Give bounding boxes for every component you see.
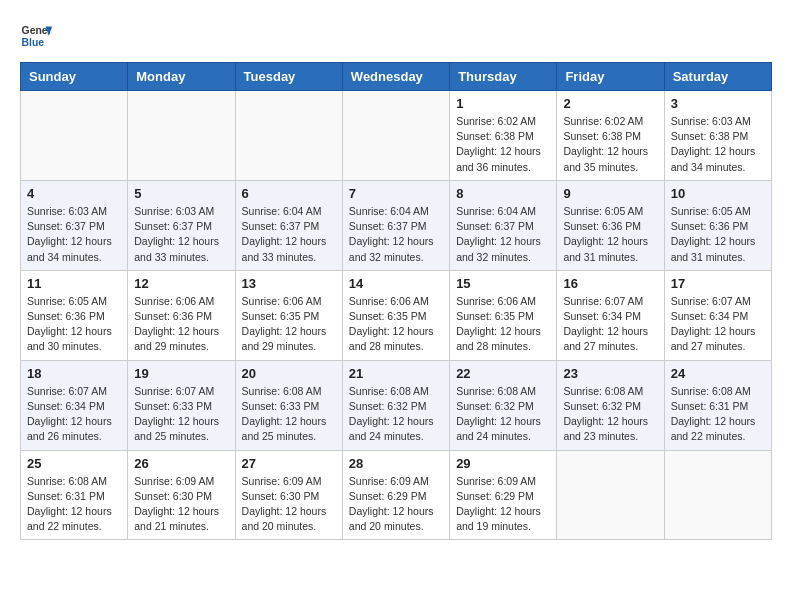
logo: General Blue [20, 20, 52, 52]
day-info: Sunrise: 6:05 AMSunset: 6:36 PMDaylight:… [563, 204, 657, 265]
calendar-day-cell: 18Sunrise: 6:07 AMSunset: 6:34 PMDayligh… [21, 360, 128, 450]
calendar-day-cell: 3Sunrise: 6:03 AMSunset: 6:38 PMDaylight… [664, 91, 771, 181]
calendar-day-cell: 23Sunrise: 6:08 AMSunset: 6:32 PMDayligh… [557, 360, 664, 450]
day-info: Sunrise: 6:03 AMSunset: 6:37 PMDaylight:… [27, 204, 121, 265]
calendar-day-cell: 29Sunrise: 6:09 AMSunset: 6:29 PMDayligh… [450, 450, 557, 540]
day-info: Sunrise: 6:03 AMSunset: 6:37 PMDaylight:… [134, 204, 228, 265]
calendar-header-cell: Sunday [21, 63, 128, 91]
calendar-day-cell: 17Sunrise: 6:07 AMSunset: 6:34 PMDayligh… [664, 270, 771, 360]
calendar-day-cell: 22Sunrise: 6:08 AMSunset: 6:32 PMDayligh… [450, 360, 557, 450]
day-number: 22 [456, 366, 550, 381]
day-number: 24 [671, 366, 765, 381]
calendar-day-cell: 13Sunrise: 6:06 AMSunset: 6:35 PMDayligh… [235, 270, 342, 360]
day-number: 3 [671, 96, 765, 111]
calendar-day-cell [557, 450, 664, 540]
day-number: 14 [349, 276, 443, 291]
day-number: 17 [671, 276, 765, 291]
calendar-week-row: 18Sunrise: 6:07 AMSunset: 6:34 PMDayligh… [21, 360, 772, 450]
day-info: Sunrise: 6:09 AMSunset: 6:29 PMDaylight:… [349, 474, 443, 535]
day-info: Sunrise: 6:07 AMSunset: 6:33 PMDaylight:… [134, 384, 228, 445]
day-info: Sunrise: 6:08 AMSunset: 6:32 PMDaylight:… [349, 384, 443, 445]
day-info: Sunrise: 6:08 AMSunset: 6:32 PMDaylight:… [456, 384, 550, 445]
calendar-week-row: 1Sunrise: 6:02 AMSunset: 6:38 PMDaylight… [21, 91, 772, 181]
calendar-day-cell [664, 450, 771, 540]
calendar-day-cell: 5Sunrise: 6:03 AMSunset: 6:37 PMDaylight… [128, 180, 235, 270]
day-info: Sunrise: 6:09 AMSunset: 6:30 PMDaylight:… [134, 474, 228, 535]
calendar-body: 1Sunrise: 6:02 AMSunset: 6:38 PMDaylight… [21, 91, 772, 540]
day-info: Sunrise: 6:05 AMSunset: 6:36 PMDaylight:… [671, 204, 765, 265]
day-number: 11 [27, 276, 121, 291]
calendar-day-cell: 7Sunrise: 6:04 AMSunset: 6:37 PMDaylight… [342, 180, 449, 270]
calendar-day-cell [342, 91, 449, 181]
day-number: 12 [134, 276, 228, 291]
calendar-day-cell: 24Sunrise: 6:08 AMSunset: 6:31 PMDayligh… [664, 360, 771, 450]
calendar-day-cell: 25Sunrise: 6:08 AMSunset: 6:31 PMDayligh… [21, 450, 128, 540]
day-info: Sunrise: 6:06 AMSunset: 6:35 PMDaylight:… [456, 294, 550, 355]
calendar-header-cell: Tuesday [235, 63, 342, 91]
day-info: Sunrise: 6:07 AMSunset: 6:34 PMDaylight:… [563, 294, 657, 355]
calendar-day-cell: 2Sunrise: 6:02 AMSunset: 6:38 PMDaylight… [557, 91, 664, 181]
day-number: 2 [563, 96, 657, 111]
day-info: Sunrise: 6:02 AMSunset: 6:38 PMDaylight:… [456, 114, 550, 175]
calendar-day-cell: 9Sunrise: 6:05 AMSunset: 6:36 PMDaylight… [557, 180, 664, 270]
day-number: 21 [349, 366, 443, 381]
calendar-table: SundayMondayTuesdayWednesdayThursdayFrid… [20, 62, 772, 540]
day-info: Sunrise: 6:07 AMSunset: 6:34 PMDaylight:… [27, 384, 121, 445]
calendar-day-cell: 8Sunrise: 6:04 AMSunset: 6:37 PMDaylight… [450, 180, 557, 270]
calendar-week-row: 25Sunrise: 6:08 AMSunset: 6:31 PMDayligh… [21, 450, 772, 540]
day-number: 29 [456, 456, 550, 471]
day-number: 13 [242, 276, 336, 291]
calendar-week-row: 11Sunrise: 6:05 AMSunset: 6:36 PMDayligh… [21, 270, 772, 360]
day-number: 28 [349, 456, 443, 471]
day-info: Sunrise: 6:06 AMSunset: 6:35 PMDaylight:… [349, 294, 443, 355]
day-info: Sunrise: 6:08 AMSunset: 6:31 PMDaylight:… [27, 474, 121, 535]
calendar-day-cell: 27Sunrise: 6:09 AMSunset: 6:30 PMDayligh… [235, 450, 342, 540]
calendar-day-cell: 15Sunrise: 6:06 AMSunset: 6:35 PMDayligh… [450, 270, 557, 360]
calendar-header-cell: Monday [128, 63, 235, 91]
day-info: Sunrise: 6:03 AMSunset: 6:38 PMDaylight:… [671, 114, 765, 175]
day-number: 7 [349, 186, 443, 201]
calendar-day-cell: 28Sunrise: 6:09 AMSunset: 6:29 PMDayligh… [342, 450, 449, 540]
calendar-day-cell [128, 91, 235, 181]
day-number: 5 [134, 186, 228, 201]
calendar-day-cell: 14Sunrise: 6:06 AMSunset: 6:35 PMDayligh… [342, 270, 449, 360]
day-number: 15 [456, 276, 550, 291]
calendar-day-cell [235, 91, 342, 181]
calendar-day-cell [21, 91, 128, 181]
calendar-header-cell: Wednesday [342, 63, 449, 91]
day-number: 18 [27, 366, 121, 381]
day-info: Sunrise: 6:09 AMSunset: 6:29 PMDaylight:… [456, 474, 550, 535]
calendar-header-cell: Friday [557, 63, 664, 91]
day-info: Sunrise: 6:07 AMSunset: 6:34 PMDaylight:… [671, 294, 765, 355]
calendar-day-cell: 4Sunrise: 6:03 AMSunset: 6:37 PMDaylight… [21, 180, 128, 270]
day-number: 27 [242, 456, 336, 471]
svg-text:Blue: Blue [22, 37, 45, 48]
calendar-day-cell: 10Sunrise: 6:05 AMSunset: 6:36 PMDayligh… [664, 180, 771, 270]
day-info: Sunrise: 6:08 AMSunset: 6:33 PMDaylight:… [242, 384, 336, 445]
day-number: 26 [134, 456, 228, 471]
day-number: 8 [456, 186, 550, 201]
day-info: Sunrise: 6:06 AMSunset: 6:35 PMDaylight:… [242, 294, 336, 355]
day-number: 20 [242, 366, 336, 381]
day-info: Sunrise: 6:04 AMSunset: 6:37 PMDaylight:… [456, 204, 550, 265]
day-number: 16 [563, 276, 657, 291]
calendar-day-cell: 21Sunrise: 6:08 AMSunset: 6:32 PMDayligh… [342, 360, 449, 450]
day-number: 10 [671, 186, 765, 201]
day-number: 9 [563, 186, 657, 201]
day-info: Sunrise: 6:04 AMSunset: 6:37 PMDaylight:… [349, 204, 443, 265]
calendar-day-cell: 19Sunrise: 6:07 AMSunset: 6:33 PMDayligh… [128, 360, 235, 450]
calendar-week-row: 4Sunrise: 6:03 AMSunset: 6:37 PMDaylight… [21, 180, 772, 270]
calendar-header-cell: Saturday [664, 63, 771, 91]
day-number: 23 [563, 366, 657, 381]
calendar-day-cell: 26Sunrise: 6:09 AMSunset: 6:30 PMDayligh… [128, 450, 235, 540]
logo-icon: General Blue [20, 20, 52, 52]
calendar-header-cell: Thursday [450, 63, 557, 91]
day-number: 25 [27, 456, 121, 471]
calendar-header-row: SundayMondayTuesdayWednesdayThursdayFrid… [21, 63, 772, 91]
day-info: Sunrise: 6:09 AMSunset: 6:30 PMDaylight:… [242, 474, 336, 535]
day-number: 6 [242, 186, 336, 201]
day-info: Sunrise: 6:08 AMSunset: 6:32 PMDaylight:… [563, 384, 657, 445]
day-info: Sunrise: 6:04 AMSunset: 6:37 PMDaylight:… [242, 204, 336, 265]
calendar-day-cell: 20Sunrise: 6:08 AMSunset: 6:33 PMDayligh… [235, 360, 342, 450]
day-number: 19 [134, 366, 228, 381]
